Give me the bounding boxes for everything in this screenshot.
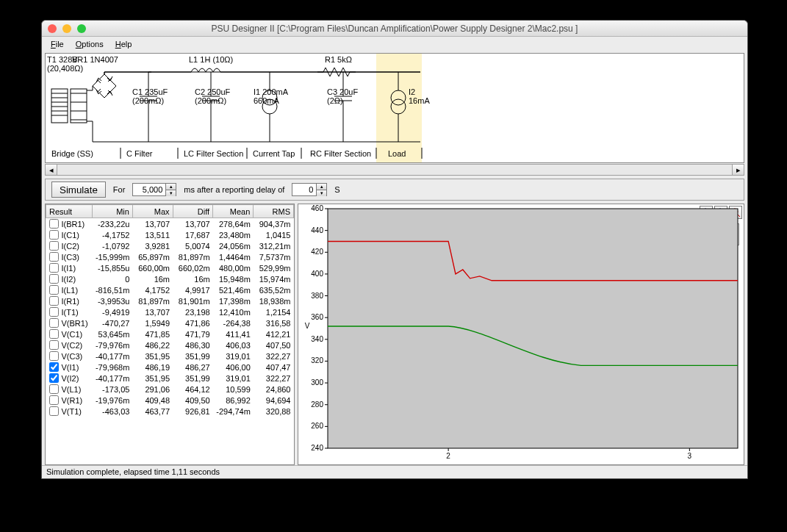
svg-text:400: 400 [311, 270, 323, 278]
duration-input[interactable] [132, 183, 166, 196]
l1-label: L1 1H (10Ω) [189, 55, 233, 64]
row-checkbox[interactable] [49, 307, 59, 317]
col-diff[interactable]: Diff [173, 205, 213, 218]
table-row[interactable]: V(L1)-173,05291,06464,1210,59924,860 [46, 384, 294, 395]
row-checkbox[interactable] [49, 384, 59, 394]
row-checkbox[interactable] [49, 252, 59, 262]
duration-stepper[interactable]: ▴▾ [166, 183, 176, 196]
table-row[interactable]: I(L1)-816,51m4,17524,9917521,46m635,52m [46, 284, 294, 295]
table-row[interactable]: V(R1)-19,976m409,48409,5086,99294,694 [46, 395, 294, 406]
i1-label-b: 660mA [254, 96, 280, 105]
row-checkbox[interactable] [49, 340, 59, 350]
t1-label-b: (20,408Ω) [47, 64, 83, 73]
row-checkbox[interactable] [49, 373, 59, 383]
table-row[interactable]: I(C1)-4,175213,51117,68723,480m1,0415 [46, 229, 294, 240]
svg-point-55 [391, 99, 406, 114]
row-checkbox[interactable] [49, 296, 59, 306]
c3-label-a: C3 20uF [327, 87, 358, 96]
svg-rect-2 [51, 89, 68, 123]
titlebar[interactable]: PSU Designer II [C:\Program Files\Duncan… [42, 21, 747, 37]
table-row[interactable]: I(T1)-9,491913,70723,19812,410m1,2154 [46, 306, 294, 317]
row-checkbox[interactable] [49, 241, 59, 251]
table-row[interactable]: I(C3)-15,999m65,897m81,897m1,4464m7,5737… [46, 251, 294, 262]
simulate-button[interactable]: Simulate [51, 181, 106, 198]
bridge-label: BR1 1N4007 [72, 55, 118, 64]
table-row[interactable]: V(BR1)-470,271,5949471,86-264,38316,58 [46, 317, 294, 328]
sec-bridge: Bridge (SS) [51, 149, 93, 158]
delay-stepper[interactable]: ▴▾ [317, 183, 327, 196]
scroll-left-icon[interactable]: ◂ [46, 165, 57, 175]
c1-label-a: C1 235uF [132, 87, 168, 96]
scroll-track[interactable] [57, 165, 732, 175]
col-min[interactable]: Min [92, 205, 132, 218]
svg-text:420: 420 [311, 248, 323, 256]
schematic-panel[interactable]: T1 328V (20,408Ω) BR1 1N4007 [45, 53, 744, 163]
sec-load: Load [388, 149, 406, 158]
row-checkbox[interactable] [49, 318, 59, 328]
table-row[interactable]: V(C3)-40,177m351,95351,99319,01322,27 [46, 351, 294, 362]
svg-text:460: 460 [311, 204, 323, 212]
c2-label-a: C2 250uF [195, 87, 231, 96]
menu-options[interactable]: Options [71, 38, 108, 50]
svg-text:300: 300 [311, 378, 323, 387]
table-row[interactable]: I(I1)-15,855u660,00m660,02m480,00m529,99… [46, 262, 294, 273]
i1-label-a: I1 200mA [254, 87, 289, 96]
row-checkbox[interactable] [49, 395, 59, 405]
results-table[interactable]: ResultMinMaxDiffMeanRMS I(BR1)-233,22u13… [45, 204, 295, 465]
svg-text:2: 2 [446, 452, 450, 460]
row-checkbox[interactable] [49, 230, 59, 240]
svg-text:340: 340 [311, 335, 323, 343]
table-row[interactable]: V(I1)-79,968m486,19486,27406,00407,47 [46, 362, 294, 373]
table-row[interactable]: I(I2)016m16m15,948m15,974m [46, 273, 294, 284]
col-result[interactable]: Result [46, 205, 93, 218]
row-checkbox[interactable] [49, 351, 59, 361]
row-checkbox[interactable] [49, 263, 59, 273]
svg-text:V: V [305, 322, 310, 330]
menu-help[interactable]: Help [111, 38, 137, 50]
svg-text:380: 380 [311, 292, 323, 300]
svg-text:440: 440 [311, 226, 323, 234]
close-icon[interactable] [48, 24, 57, 33]
table-row[interactable]: I(C2)-1,07923,92815,007424,056m312,21m [46, 240, 294, 251]
table-row[interactable]: V(C1)53,645m471,85471,79411,41412,21 [46, 328, 294, 339]
table-row[interactable]: I(R1)-3,9953u81,897m81,901m17,398m18,938… [46, 295, 294, 306]
schematic-hscroll[interactable]: ◂ ▸ [45, 164, 744, 176]
simulate-bar: Simulate For ▴▾ ms after a reporting del… [45, 179, 744, 201]
svg-text:240: 240 [311, 444, 323, 452]
row-checkbox[interactable] [49, 406, 59, 416]
col-mean[interactable]: Mean [213, 205, 254, 218]
col-max[interactable]: Max [132, 205, 173, 218]
svg-point-54 [391, 90, 406, 105]
svg-text:360: 360 [311, 313, 323, 321]
ms-label: ms after a reporting delay of [184, 185, 284, 194]
table-row[interactable]: V(T1)-463,03463,77926,81-294,74m320,88 [46, 406, 294, 417]
row-checkbox[interactable] [49, 362, 59, 372]
r1-label: R1 5kΩ [325, 55, 352, 64]
i2-label-a: I2 [409, 87, 415, 96]
zoom-icon[interactable] [77, 24, 86, 33]
row-checkbox[interactable] [49, 274, 59, 284]
row-checkbox[interactable] [49, 219, 59, 229]
menu-file[interactable]: File [46, 38, 68, 50]
col-rms[interactable]: RMS [254, 205, 294, 218]
for-label: For [113, 185, 126, 194]
table-row[interactable]: V(I2)-40,177m351,95351,99319,01322,27 [46, 373, 294, 384]
row-checkbox[interactable] [49, 329, 59, 339]
svg-text:260: 260 [311, 422, 323, 430]
menubar: File Options Help [42, 37, 747, 51]
minimize-icon[interactable] [62, 24, 71, 33]
delay-input[interactable] [292, 183, 317, 196]
i2-label-b: 16mA [409, 96, 430, 105]
svg-text:3: 3 [688, 452, 692, 460]
scroll-right-icon[interactable]: ▸ [732, 165, 744, 175]
chart-panel[interactable]: – V(I1)– V(I2) 2402602803003203403603804… [298, 204, 744, 465]
table-row[interactable]: I(BR1)-233,22u13,70713,707278,64m904,37m [46, 218, 294, 230]
sec-rc: RC Filter Section [310, 149, 371, 158]
row-checkbox[interactable] [49, 285, 59, 295]
c2-label-b: (200mΩ) [195, 96, 226, 105]
sec-tap: Current Tap [253, 149, 295, 158]
table-row[interactable]: V(C2)-79,976m486,22486,30406,03407,50 [46, 339, 294, 351]
svg-rect-72 [328, 209, 738, 448]
s-label: S [334, 185, 339, 194]
c3-label-b: (2Ω) [327, 96, 343, 105]
